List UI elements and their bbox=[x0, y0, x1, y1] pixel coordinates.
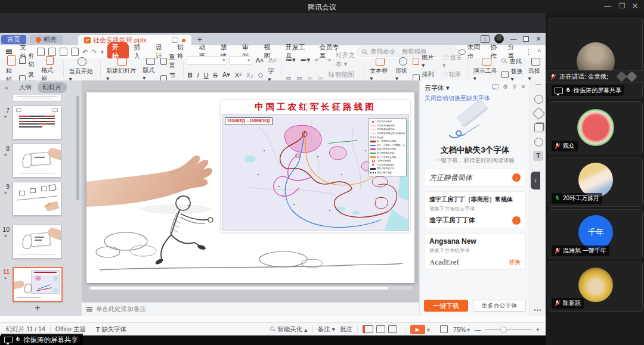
replace-link[interactable]: 替换 bbox=[509, 258, 521, 266]
slide-thumb-8[interactable] bbox=[13, 144, 61, 178]
download-icon[interactable]: ↓ bbox=[512, 173, 521, 182]
strikethrough-button[interactable]: S bbox=[212, 72, 219, 79]
select-button[interactable]: 选择 ▾ bbox=[526, 58, 546, 82]
shrink-font-button[interactable]: A˅ bbox=[267, 57, 278, 64]
layout-button[interactable]: 版式 ▾ bbox=[140, 58, 160, 81]
subscript-button[interactable]: X₂ bbox=[245, 72, 255, 79]
collapse-panel-button[interactable]: « bbox=[5, 84, 8, 91]
add-slide-button[interactable]: + bbox=[35, 302, 41, 314]
format-painter-button[interactable]: 格式刷 bbox=[39, 56, 60, 83]
reset-button[interactable]: 重置 bbox=[160, 53, 180, 70]
cloud-fonts-tool-active[interactable]: T bbox=[533, 151, 543, 161]
sorter-view-icon[interactable] bbox=[376, 325, 385, 333]
panel-close-icon[interactable]: ✕ bbox=[521, 83, 526, 90]
collapse-ribbon-icon[interactable]: ^ bbox=[538, 48, 541, 55]
wps-close-button[interactable]: ✕ bbox=[534, 35, 543, 43]
present-tools-button[interactable]: 演示工具 ▾ bbox=[471, 58, 502, 82]
window-count-badge[interactable]: 1 bbox=[481, 35, 490, 43]
participant-tile-audience[interactable]: 观众 bbox=[549, 101, 643, 154]
indent-decrease-button[interactable]: ⇤ bbox=[314, 56, 321, 64]
more-fonts-button[interactable]: 更多办公字体 bbox=[473, 300, 526, 312]
download-all-button[interactable]: 一键下载 bbox=[424, 300, 468, 312]
underline-button[interactable]: U bbox=[203, 72, 210, 79]
preview-icon[interactable] bbox=[71, 48, 79, 56]
redo-icon[interactable]: ↷ bbox=[91, 48, 97, 56]
editor-horizontal-scrollbar[interactable] bbox=[88, 286, 413, 290]
new-slide-button[interactable]: 新建幻灯片 ▾ bbox=[104, 58, 140, 82]
minimize-button[interactable]: — bbox=[602, 2, 613, 10]
help-icon[interactable] bbox=[534, 138, 543, 147]
output-icon[interactable] bbox=[48, 48, 56, 56]
settings-gear-icon[interactable]: ⚙ bbox=[503, 83, 508, 90]
superscript-button[interactable]: X² bbox=[234, 72, 243, 79]
account-avatar[interactable] bbox=[494, 34, 504, 43]
slide-canvas[interactable]: 中国工农红军长征路线图 bbox=[86, 92, 414, 283]
reading-view-icon[interactable] bbox=[388, 325, 397, 333]
beautify-wand-icon[interactable] bbox=[532, 107, 545, 120]
shapes-button[interactable]: 形状 ▾ bbox=[393, 57, 413, 82]
fit-window-icon[interactable] bbox=[440, 325, 448, 333]
font-size-select[interactable]: ▾ bbox=[230, 56, 252, 65]
participant-tile-3[interactable]: 20环工万姝月 bbox=[549, 157, 643, 207]
font-color-button[interactable]: A▾ bbox=[221, 71, 231, 79]
picture-button[interactable]: 图片 ▾◇ 填充 ▾ bbox=[413, 54, 464, 69]
duplicate-window-icon[interactable] bbox=[534, 123, 543, 132]
participant-tile-5[interactable]: 陈新跃 bbox=[549, 262, 643, 312]
more-tools-icon[interactable]: ••• bbox=[534, 307, 542, 313]
fill-button[interactable]: ◇ 填充 ▾ bbox=[442, 54, 464, 69]
more-menu-icon[interactable]: ⋮ bbox=[525, 48, 532, 56]
play-from-current-button[interactable]: 当页开始 ▾ bbox=[67, 57, 98, 82]
zoom-out-button[interactable]: — bbox=[475, 326, 481, 333]
slide-thumb-9[interactable] bbox=[13, 182, 61, 216]
italic-button[interactable]: I bbox=[196, 72, 200, 79]
wps-minimize-button[interactable]: — bbox=[509, 35, 518, 42]
participant-tile-4[interactable]: 千年 温雅旭 一瞥千年 bbox=[549, 209, 643, 259]
numbering-button[interactable]: ≕▾ bbox=[299, 56, 312, 64]
participant-tile-sharer[interactable]: 徐振涛的屏幕共享 bbox=[549, 18, 643, 98]
thumbnail-scrollbar[interactable] bbox=[76, 96, 79, 200]
font-card-2[interactable]: 造字工房丁丁（非商用）常规体 替换下方相似云字体 造字工房丁丁体↓ bbox=[424, 191, 526, 228]
sidebar-collapse-arrow[interactable]: › bbox=[531, 172, 540, 189]
align-text-button[interactable]: 对齐文本 ▾ bbox=[335, 51, 361, 69]
close-button[interactable]: ✕ bbox=[630, 2, 640, 10]
drag-handle-icon[interactable] bbox=[535, 84, 541, 85]
textbox-button[interactable]: 文本框 ▾ bbox=[367, 58, 393, 82]
paste-button[interactable]: 粘贴 bbox=[4, 55, 19, 83]
zoom-level[interactable]: 75% bbox=[453, 326, 466, 333]
slide-thumb-7[interactable] bbox=[13, 105, 61, 139]
normal-view-icon[interactable] bbox=[363, 325, 373, 333]
missing-fonts-status[interactable]: 缺失字体 bbox=[101, 325, 126, 334]
feedback-icon[interactable] bbox=[492, 84, 499, 89]
print-icon[interactable] bbox=[60, 48, 67, 56]
theme-name[interactable]: Office 主题 bbox=[55, 325, 86, 334]
find-button[interactable]: 查找 bbox=[501, 57, 525, 66]
slide-thumb-10[interactable] bbox=[13, 225, 61, 259]
play-options-icon[interactable]: ▾ bbox=[427, 326, 430, 333]
bold-button[interactable]: B bbox=[187, 72, 194, 79]
slideshow-play-button[interactable]: ▶ bbox=[410, 325, 425, 334]
font-family-select[interactable]: ▾ bbox=[187, 56, 227, 65]
beautify-button[interactable]: 智能美化 ▴ bbox=[270, 325, 307, 334]
tab-slides[interactable]: 幻灯片 bbox=[38, 82, 67, 93]
quickbar-more-icon[interactable]: ▾ bbox=[100, 48, 104, 56]
comments-toggle[interactable]: 批注 bbox=[340, 325, 352, 334]
replace-button[interactable]: 替换 ▾ bbox=[501, 67, 525, 82]
bullets-button[interactable]: ≔▾ bbox=[284, 56, 297, 64]
editor-vertical-scrollbar[interactable] bbox=[414, 92, 417, 283]
font-card-1[interactable]: 方正静蕾简体 ↓ bbox=[424, 169, 526, 187]
indent-increase-button[interactable]: ⇥ bbox=[324, 56, 332, 64]
tab-outline[interactable]: 大纲 bbox=[19, 83, 32, 92]
cut-button[interactable]: 剪切 bbox=[19, 52, 39, 69]
zoom-in-button[interactable]: + bbox=[536, 326, 540, 333]
pin-icon[interactable]: ⚲ bbox=[512, 83, 516, 90]
download-icon[interactable]: ↓ bbox=[512, 216, 521, 225]
zoom-slider[interactable] bbox=[485, 329, 532, 330]
settings-sliders-icon[interactable] bbox=[534, 95, 543, 104]
maximize-button[interactable]: ❐ bbox=[617, 2, 627, 10]
notes-bar[interactable]: 单击此处添加备注 bbox=[82, 302, 419, 316]
notes-toggle[interactable]: 备注 ▾ bbox=[318, 325, 335, 334]
highlight-button[interactable]: ◇ bbox=[256, 71, 264, 79]
zoom-slider-knob[interactable] bbox=[500, 327, 507, 333]
font-card-3[interactable]: Angsana New 替换下方本机字体 AcadEref替换 bbox=[424, 233, 526, 270]
wps-restore-button[interactable] bbox=[523, 36, 529, 42]
